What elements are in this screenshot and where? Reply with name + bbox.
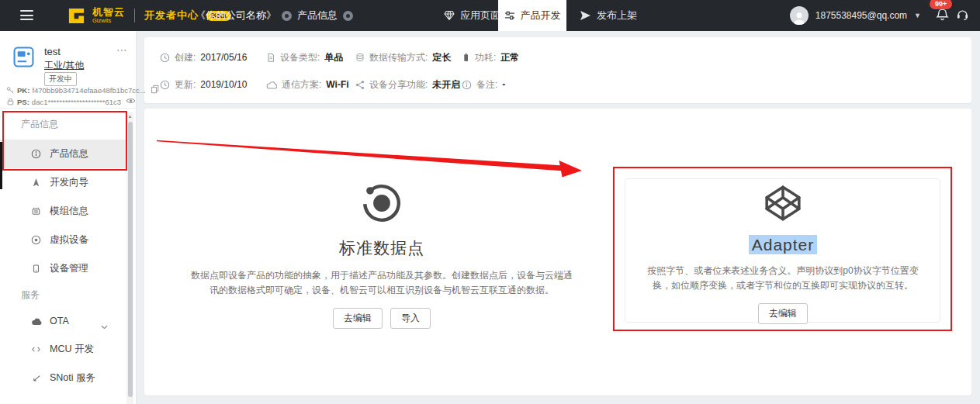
headset-icon: [956, 8, 969, 20]
tab-app-pages[interactable]: 应用页面: [444, 0, 500, 31]
cloud-icon: [266, 81, 277, 89]
adapter-edit-button[interactable]: 去编辑: [758, 303, 808, 324]
adapter-title: Adapter: [749, 235, 818, 254]
info-label: 通信方案:: [282, 78, 321, 92]
rocket-icon: [30, 178, 42, 188]
developer-center-title: 开发者中心: [144, 9, 199, 22]
breadcrumb: 《你的公司名称》 产品信息: [196, 0, 353, 31]
product-device-icon: [13, 47, 34, 71]
logo-divider: [134, 9, 135, 22]
created-info: 创建: 2017/05/16: [160, 50, 247, 65]
sidebar-item-product-info[interactable]: 产品信息: [0, 140, 126, 168]
tab-publish[interactable]: 发布上架: [580, 0, 637, 31]
scroll-up-icon[interactable]: ▲: [126, 112, 133, 121]
tab-label: 发布上架: [597, 9, 637, 22]
sidebar-item-label: 设备管理: [50, 262, 88, 275]
support-headset[interactable]: [956, 8, 969, 23]
eye-icon[interactable]: [126, 97, 136, 106]
sidebar-item-mcu-dev[interactable]: MCU 开发: [0, 335, 126, 364]
code-icon: [30, 345, 42, 354]
avatar[interactable]: [790, 6, 809, 25]
bell-icon: [936, 8, 949, 21]
sidebar-item-device-management[interactable]: 设备管理: [0, 254, 126, 283]
comm-scheme-info: 通信方案: Wi-Fi: [266, 77, 349, 92]
info-label: 设备类型:: [280, 51, 320, 64]
company-switch-icon[interactable]: [282, 11, 292, 21]
tab-label: 应用页面: [460, 9, 500, 22]
tab-product-development[interactable]: 产品开发: [498, 0, 566, 31]
sidebar-item-dev-guide[interactable]: 开发向导: [0, 168, 126, 197]
info-label: 备注:: [476, 78, 497, 92]
module-chip-icon: [30, 206, 42, 216]
user-email[interactable]: 1875538495@qq.com: [816, 10, 907, 21]
product-development-content: 标准数据点 数据点即设备产品的功能的抽象，用于描述产品功能及其参数。创建数据点后…: [144, 109, 971, 395]
ps-label: PS:: [17, 98, 29, 106]
breadcrumb-page[interactable]: 产品信息: [297, 9, 338, 22]
info-value: 2017/05/16: [200, 52, 247, 63]
sidebar-menu: 产品信息 产品信息 开发向导 模组信息 虚拟设备 设备管理 服务: [0, 109, 137, 392]
data-transfer-info: 数据传输方式: 定长: [355, 50, 451, 65]
datapoint-import-button[interactable]: 导入: [390, 308, 431, 329]
key-icon: [6, 86, 15, 95]
chevron-down-icon[interactable]: [101, 319, 108, 333]
device-type-info: 设备类型: 单品: [266, 50, 343, 65]
product-card: test 工业/其他 开发中 ⋯ PK: f470bb9b34714efaae4…: [0, 31, 137, 109]
scrollbar-thumb[interactable]: [128, 122, 133, 397]
caret-down-icon[interactable]: ▼: [914, 12, 921, 19]
sidebar-item-label: 模组信息: [50, 205, 88, 218]
info-value: Wi-Fi: [326, 79, 348, 90]
info-label: 设备分享功能:: [369, 78, 428, 92]
black-edge-bar: [0, 142, 2, 189]
info-label: 数据传输方式:: [369, 51, 428, 64]
sidebar-item-label: 产品信息: [50, 147, 88, 161]
send-icon: [580, 10, 591, 21]
notification-bell[interactable]: 99+: [936, 8, 949, 24]
virtual-device-icon: [30, 235, 42, 245]
ota-cloud-icon: [30, 316, 42, 326]
top-navbar: 机智云 Gizwits 开发者中心 Beta 《你的公司名称》 产品信息 应用页…: [0, 0, 980, 31]
ps-value: dac1********************61c3: [32, 98, 121, 106]
datapoint-description: 数据点即设备产品的功能的抽象，用于描述产品功能及其参数。创建数据点后，设备与云端…: [187, 268, 577, 298]
device-icon: [30, 264, 42, 274]
gizwits-logo-icon: [67, 6, 86, 26]
updated-info: 更新: 2019/10/10: [160, 77, 247, 92]
product-key-row: PK: f470bb9b34714efaae48fb1bc7cc...: [6, 85, 159, 95]
clock-icon: [160, 80, 170, 90]
info-value: -: [502, 79, 505, 90]
gem-icon: [444, 10, 455, 21]
sidebar-item-snoti[interactable]: SNoti 服务: [0, 364, 126, 392]
tab-label: 产品开发: [521, 9, 561, 22]
product-switch-icon[interactable]: [343, 11, 353, 21]
copy-icon[interactable]: [151, 85, 159, 95]
clock-icon: [160, 53, 170, 63]
adapter-description: 按照字节、或者位来表述业务含义。声明协议到p0协议字节位置变换，如位顺序变换，或…: [639, 264, 927, 293]
lock-icon: [6, 97, 15, 106]
info-value: 单品: [324, 51, 343, 64]
navbar-right-group: 1875538495@qq.com ▼ 99+: [790, 0, 969, 31]
sidebar-item-label: MCU 开发: [50, 343, 94, 356]
logo-text-en: Gizwits: [92, 18, 125, 24]
product-name: test: [44, 46, 61, 57]
product-category-link[interactable]: 工业/其他: [44, 59, 84, 72]
pk-label: PK:: [17, 86, 29, 95]
product-summary-panel: 创建: 2017/05/16 设备类型: 单品 数据传输方式: 定长 功耗: 正…: [144, 37, 971, 103]
info-label: 更新:: [175, 78, 196, 92]
datapoint-edit-button[interactable]: 去编辑: [333, 308, 383, 329]
sidebar-item-virtual-device[interactable]: 虚拟设备: [0, 226, 126, 254]
menu-section-label: 产品信息: [0, 109, 137, 140]
hamburger-menu-icon[interactable]: [20, 10, 33, 20]
breadcrumb-company[interactable]: 《你的公司名称》: [196, 9, 276, 22]
sidebar-item-ota[interactable]: OTA: [0, 306, 126, 335]
device-share-info: 设备分享功能: 未开启: [355, 77, 460, 92]
database-icon: [355, 53, 365, 63]
info-value: 正常: [500, 51, 519, 64]
sidebar-item-module-info[interactable]: 模组信息: [0, 197, 126, 226]
remark-info: 备注: -: [462, 77, 505, 92]
sidebar-item-label: 开发向导: [50, 176, 88, 189]
datapoint-card: 标准数据点 数据点即设备产品的功能的抽象，用于描述产品功能及其参数。创建数据点后…: [164, 182, 599, 329]
more-icon[interactable]: ⋯: [116, 43, 128, 56]
info-circle-icon: [30, 149, 42, 159]
sidebar-scrollbar[interactable]: ▲: [126, 112, 133, 404]
notification-badge: 99+: [930, 0, 952, 9]
gizwits-developer-center: 机智云 Gizwits 开发者中心 Beta 《你的公司名称》 产品信息 应用页…: [0, 0, 980, 404]
